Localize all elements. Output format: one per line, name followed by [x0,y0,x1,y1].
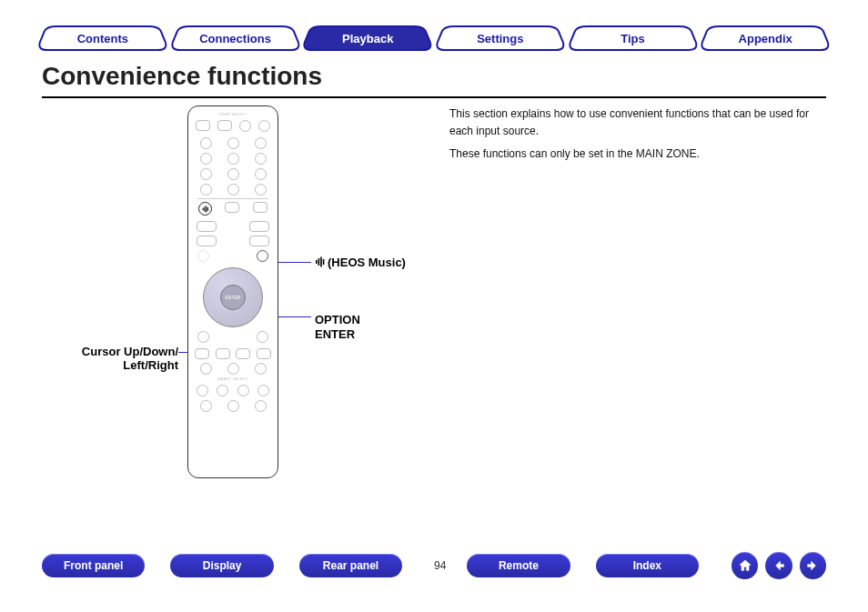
arrow-left-icon [772,558,786,573]
body-p2: These functions can only be set in the M… [449,145,826,163]
pill-label: Rear panel [323,559,378,572]
heos-music-icon [315,256,326,270]
arrow-right-icon [805,558,820,573]
svg-rect-2 [320,257,322,267]
remote-enter-button: ENTER [220,285,246,310]
callout-cursor-l1: Cursor Up/Down/ [82,345,178,358]
tab-appendix[interactable]: Appendix [699,25,832,51]
tab-connections[interactable]: Connections [169,25,302,51]
svg-rect-4 [202,207,203,210]
callout-cursor: Cursor Up/Down/ Left/Right [42,345,178,372]
svg-rect-3 [323,259,325,265]
link-remote[interactable]: Remote [467,554,570,577]
tab-label: Tips [567,25,700,51]
svg-rect-5 [204,206,205,211]
link-display[interactable]: Display [170,554,273,577]
tab-tips[interactable]: Tips [567,25,700,51]
tab-label: Appendix [699,25,832,51]
tab-playback[interactable]: Playback [301,25,434,51]
page-number: 94 [422,559,458,572]
pill-label: Index [633,559,661,572]
remote-nav-wheel: ENTER [203,267,263,327]
remote-option-button [257,250,268,262]
svg-rect-7 [207,207,208,211]
callout-heos-label: (HEOS Music) [328,256,406,269]
pill-label: Front panel [64,559,123,572]
tab-contents[interactable]: Contents [36,25,169,51]
remote-outline: ZONE SELECT ENTE [187,105,278,478]
link-index[interactable]: Index [596,554,699,577]
svg-rect-6 [206,206,207,212]
remote-tiny-label: SMART SELECT [192,376,274,381]
svg-rect-0 [316,260,318,264]
title-rule [42,96,826,98]
home-icon [738,558,752,573]
page-title: Convenience functions [42,62,322,91]
callout-enter: ENTER [315,327,355,341]
prev-page-button[interactable] [765,552,792,579]
body-text: This section explains how to use conveni… [449,105,826,169]
pill-label: Display [203,559,242,572]
home-button[interactable] [732,552,758,579]
tab-label: Playback [301,25,434,51]
callout-heos: (HEOS Music) [315,256,406,270]
svg-rect-1 [318,258,320,266]
tab-settings[interactable]: Settings [434,25,567,51]
tab-label: Settings [434,25,567,51]
bottom-nav: Front panel Display Rear panel 94 Remote… [42,552,826,579]
link-front-panel[interactable]: Front panel [42,554,145,577]
pill-label: Remote [499,559,539,572]
callout-cursor-l2: Left/Right [42,358,178,372]
link-rear-panel[interactable]: Rear panel [299,554,402,577]
remote-heos-button [198,202,212,216]
next-page-button[interactable] [800,552,826,579]
remote-diagram: (HEOS Music) OPTION ENTER Cursor Up/Down… [42,105,442,521]
top-tabs: Contents Connections Playback Settings T… [36,25,832,53]
remote-tiny-label: ZONE SELECT [192,112,274,116]
callout-option: OPTION [315,313,360,326]
body-p1: This section explains how to use conveni… [449,105,826,140]
tab-label: Contents [36,25,169,51]
tab-label: Connections [169,25,302,51]
